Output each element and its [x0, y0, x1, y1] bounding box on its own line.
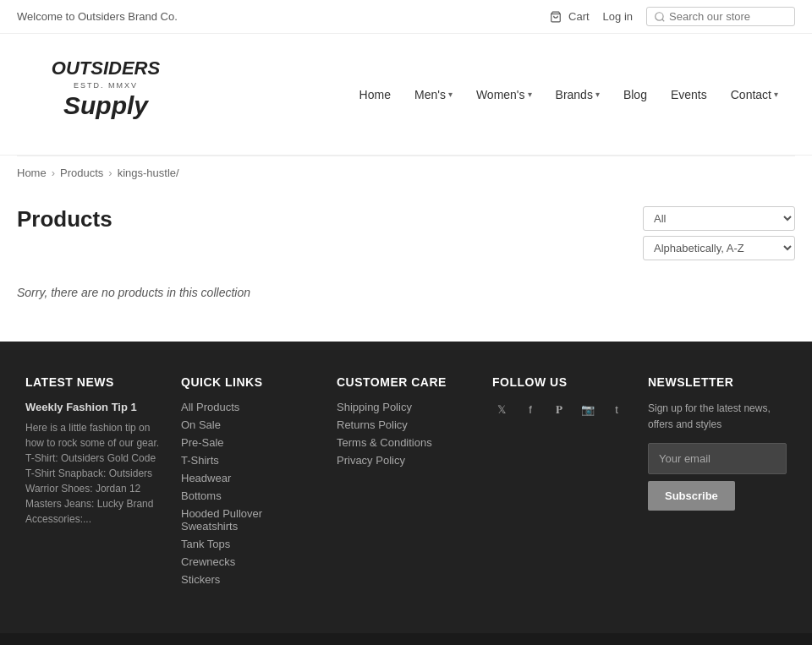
instagram-icon[interactable]: 📷 [579, 401, 597, 419]
login-link[interactable]: Log in [603, 10, 633, 23]
quick-link-item[interactable]: All Products [181, 401, 320, 413]
pinterest-icon[interactable]: 𝐏 [550, 401, 568, 419]
footer: Latest News Weekly Fashion Tip 1 Here is… [0, 342, 812, 633]
newsletter-description: Sign up for the latest news, offers and … [648, 401, 787, 433]
quick-link-item[interactable]: Crewnecks [181, 555, 320, 568]
footer-customer-care: Customer Care Shipping PolicyReturns Pol… [337, 375, 475, 591]
customer-care-heading: Customer Care [337, 375, 475, 389]
top-bar: Welcome to Outsiders Brand Co. Cart Log … [0, 0, 812, 34]
welcome-text: Welcome to Outsiders Brand Co. [17, 10, 178, 23]
search-icon [654, 11, 666, 23]
quick-link-item[interactable]: T-Shirts [181, 454, 320, 467]
customer-care-link[interactable]: Shipping Policy [337, 401, 475, 413]
quick-link-item[interactable]: Bottoms [181, 489, 320, 502]
customer-care-link[interactable]: Terms & Conditions [337, 436, 475, 449]
svg-point-1 [656, 12, 663, 19]
nav-womens[interactable]: Women's ▾ [476, 88, 532, 101]
customer-care-link[interactable]: Privacy Policy [337, 454, 475, 467]
quick-link-item[interactable]: Pre-Sale [181, 436, 320, 449]
twitter-icon[interactable]: 𝕏 [492, 401, 511, 419]
tumblr-icon[interactable]: t [607, 401, 626, 419]
quick-link-item[interactable]: Stickers [181, 573, 320, 586]
cart-label[interactable]: Cart [568, 10, 590, 23]
breadcrumb: Home › Products › kings-hustle/ [0, 156, 812, 189]
footer-columns: Latest News Weekly Fashion Tip 1 Here is… [25, 375, 787, 591]
breadcrumb-home[interactable]: Home [17, 167, 47, 179]
svg-line-2 [662, 19, 665, 21]
cart-link[interactable]: Cart [550, 10, 590, 23]
subscribe-button[interactable]: Subscribe [648, 481, 735, 511]
sort-select[interactable]: Alphabetically, A-Z [643, 236, 795, 260]
footer-quick-links: Quick Links All ProductsOn SalePre-SaleT… [181, 375, 320, 591]
quick-links-list: All ProductsOn SalePre-SaleT-ShirtsHeadw… [181, 401, 320, 586]
footer-follow-us: Follow Us 𝕏 f 𝐏 📷 t [492, 375, 631, 591]
customer-care-link[interactable]: Returns Policy [337, 418, 475, 431]
products-header: Products All Alphabetically, A-Z [17, 206, 795, 260]
nav-brands[interactable]: Brands ▾ [556, 88, 600, 101]
quick-link-item[interactable]: On Sale [181, 418, 320, 431]
brands-chevron: ▾ [595, 90, 600, 99]
breadcrumb-current: kings-hustle/ [118, 167, 179, 179]
customer-care-list: Shipping PolicyReturns PolicyTerms & Con… [337, 401, 475, 467]
quick-links-heading: Quick Links [181, 375, 320, 389]
filter-selects: All Alphabetically, A-Z [643, 206, 795, 260]
breadcrumb-products[interactable]: Products [60, 167, 103, 179]
breadcrumb-sep-2: › [108, 167, 112, 179]
breadcrumb-sep-1: › [52, 167, 55, 179]
latest-news-heading: Latest News [25, 375, 164, 389]
quick-link-item[interactable]: Headwear [181, 472, 320, 484]
footer-latest-news: Latest News Weekly Fashion Tip 1 Here is… [25, 375, 164, 591]
svg-text:Supply: Supply [63, 91, 149, 119]
cart-icon [550, 11, 562, 23]
mens-chevron: ▾ [448, 90, 453, 99]
site-header: OUTSIDERS ESTD. MMXV Supply Home Men's ▾… [0, 34, 812, 156]
top-bar-right: Cart Log in [550, 7, 795, 26]
footer-newsletter: Newsletter Sign up for the latest news, … [648, 375, 787, 591]
no-products-message: Sorry, there are no products in this col… [17, 277, 795, 308]
nav-contact[interactable]: Contact ▾ [731, 88, 778, 101]
news-snippet: Here is a little fashion tip on how to r… [25, 420, 164, 527]
nav-events[interactable]: Events [671, 88, 707, 101]
search-input[interactable] [669, 10, 787, 23]
main-nav: Home Men's ▾ Women's ▾ Brands ▾ Blog Eve… [359, 88, 778, 101]
logo[interactable]: OUTSIDERS ESTD. MMXV Supply [34, 51, 178, 138]
svg-text:ESTD. MMXV: ESTD. MMXV [74, 81, 138, 90]
svg-text:OUTSIDERS: OUTSIDERS [52, 57, 161, 79]
logo-svg: OUTSIDERS ESTD. MMXV Supply [34, 51, 178, 135]
products-title: Products [17, 206, 112, 232]
quick-link-item[interactable]: Tank Tops [181, 538, 320, 550]
newsletter-email-input[interactable] [648, 443, 787, 474]
products-section: Products All Alphabetically, A-Z Sorry, … [0, 189, 812, 342]
facebook-icon[interactable]: f [521, 401, 540, 419]
filter-all-select[interactable]: All [643, 206, 795, 231]
contact-chevron: ▾ [774, 90, 778, 99]
quick-link-item[interactable]: Hooded Pullover Sweatshirts [181, 507, 320, 533]
social-icons: 𝕏 f 𝐏 📷 t [492, 401, 631, 424]
nav-home[interactable]: Home [359, 88, 391, 101]
womens-chevron: ▾ [528, 90, 532, 99]
news-article-title[interactable]: Weekly Fashion Tip 1 [25, 401, 164, 413]
nav-mens[interactable]: Men's ▾ [414, 88, 453, 101]
search-form[interactable] [646, 7, 795, 26]
nav-blog[interactable]: Blog [623, 88, 647, 101]
newsletter-heading: Newsletter [648, 375, 787, 389]
footer-bottom: Copyright © 2018, Outsiders Brand Co.. P… [0, 633, 812, 645]
follow-heading: Follow Us [492, 375, 631, 389]
